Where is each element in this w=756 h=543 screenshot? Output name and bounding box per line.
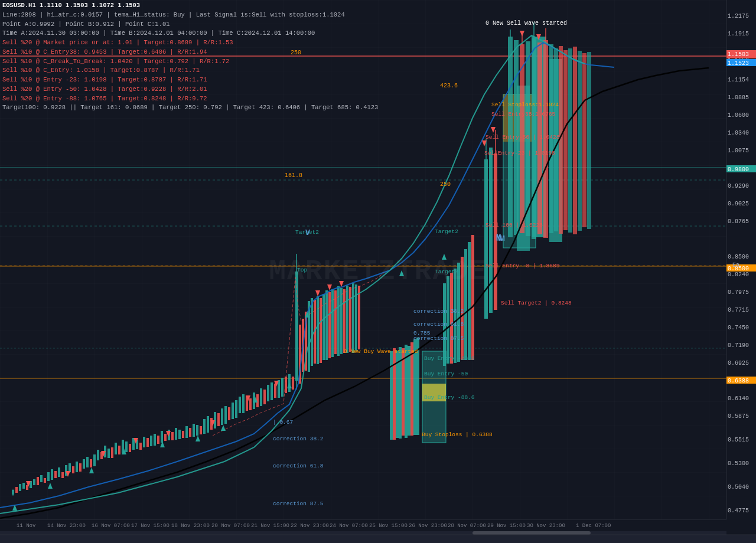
svg-rect-119 (349, 287, 351, 352)
info-header: EOSUSD.H1 1.1110 1.1503 1.1072 1.1503 Li… (2, 1, 378, 113)
svg-text:| 0.67: | 0.67 (273, 419, 293, 426)
svg-text:28 Nov 07:00: 28 Nov 07:00 (448, 523, 486, 529)
svg-rect-71 (196, 425, 198, 436)
svg-rect-94 (278, 380, 280, 398)
svg-rect-86 (249, 398, 252, 410)
svg-rect-122 (358, 286, 360, 349)
header-line1: EOSUSD.H1 1.1110 1.1503 1.1072 1.1503 (2, 1, 378, 11)
svg-rect-109 (320, 298, 322, 363)
svg-text:Buy Entry -23.6: Buy Entry -23.6 (424, 355, 475, 362)
svg-rect-110 (322, 294, 325, 360)
svg-rect-93 (274, 384, 276, 398)
svg-text:25 Nov 15:00: 25 Nov 15:00 (369, 523, 408, 529)
svg-rect-30 (51, 469, 53, 480)
svg-text:Sell Target2 | 0.8248: Sell Target2 | 0.8248 (501, 300, 572, 306)
svg-rect-124 (393, 348, 396, 440)
svg-text:0.6925: 0.6925 (728, 360, 749, 367)
svg-text:161.8: 161.8 (285, 172, 302, 179)
svg-rect-80 (228, 407, 230, 420)
svg-rect-95 (281, 378, 284, 397)
header-line12: Target100: 0.9228 || Target 161: 0.8689 … (2, 103, 378, 113)
svg-text:22 Nov 23:00: 22 Nov 23:00 (291, 523, 329, 529)
svg-text:0.5040: 0.5040 (728, 484, 749, 490)
svg-rect-57 (146, 438, 149, 447)
svg-rect-26 (37, 477, 39, 485)
svg-rect-136 (454, 269, 457, 363)
svg-rect-36 (72, 466, 74, 473)
svg-text:1.2175: 1.2175 (728, 13, 749, 19)
svg-rect-22 (22, 483, 25, 489)
svg-rect-47 (111, 447, 113, 458)
svg-rect-66 (178, 430, 181, 439)
svg-rect-56 (143, 437, 145, 447)
svg-rect-89 (260, 388, 262, 406)
svg-text:29 Nov 15:00: 29 Nov 15:00 (487, 523, 526, 529)
svg-rect-46 (107, 449, 110, 458)
svg-rect-37 (76, 462, 78, 472)
svg-rect-21 (19, 484, 21, 491)
svg-text:0.6388: 0.6388 (728, 378, 749, 384)
svg-text:1.1523: 1.1523 (728, 60, 749, 67)
svg-rect-41 (90, 459, 92, 467)
svg-rect-59 (154, 434, 156, 446)
svg-rect-31 (54, 471, 57, 478)
svg-rect-112 (328, 292, 331, 358)
svg-text:correction 38.2: correction 38.2 (413, 308, 464, 315)
svg-text:Sell 100 | 1.0228: Sell 100 | 1.0228 (485, 222, 543, 228)
svg-rect-163 (573, 47, 577, 234)
svg-rect-73 (203, 419, 206, 434)
svg-rect-78 (221, 408, 223, 425)
header-line3: Point A:0.9992 | Point B:0.912 | Point C… (2, 20, 378, 30)
svg-rect-84 (242, 394, 245, 413)
svg-rect-114 (334, 290, 337, 354)
header-line4: Time A:2024.11.30 03:00:00 | Time B:2024… (2, 29, 378, 38)
svg-rect-129 (408, 346, 410, 436)
header-line7: Sell %10 @ C_Break_To_Break: 1.0420 | Ta… (2, 57, 378, 67)
svg-text:0.7715: 0.7715 (728, 307, 749, 313)
svg-rect-165 (582, 53, 586, 227)
svg-text:Buy Stoploss | 0.6388: Buy Stoploss | 0.6388 (422, 431, 493, 438)
svg-rect-64 (171, 432, 174, 440)
svg-text:30 Nov 23:00: 30 Nov 23:00 (527, 523, 565, 529)
svg-rect-81 (232, 403, 234, 419)
svg-text:0.9290: 0.9290 (728, 183, 749, 189)
svg-rect-49 (118, 446, 120, 454)
svg-rect-79 (224, 406, 227, 424)
svg-rect-134 (447, 276, 449, 364)
svg-rect-99 (295, 272, 298, 381)
svg-rect-90 (263, 390, 266, 404)
svg-rect-65 (175, 428, 177, 440)
svg-rect-144 (489, 148, 493, 313)
svg-rect-72 (200, 426, 202, 434)
svg-text:Sell Entry38:1.0765: Sell Entry38:1.0765 (491, 111, 556, 117)
svg-rect-62 (164, 434, 167, 441)
svg-rect-135 (450, 273, 453, 364)
svg-rect-42 (93, 454, 96, 466)
svg-text:11 Nov: 11 Nov (17, 523, 36, 529)
svg-text:1.0075: 1.0075 (728, 148, 749, 154)
svg-text:Sell Stoploss:1.1024: Sell Stoploss:1.1024 (491, 102, 559, 108)
svg-rect-43 (97, 450, 99, 460)
svg-text:correction 61.8: correction 61.8 (273, 463, 324, 469)
svg-text:0.8240: 0.8240 (728, 272, 749, 278)
svg-rect-52 (129, 444, 131, 452)
header-line5: Sell %20 @ Market price or at: 1.01 | Ta… (2, 38, 378, 48)
svg-rect-55 (139, 443, 142, 450)
svg-rect-51 (125, 441, 128, 452)
svg-rect-130 (410, 342, 413, 436)
header-line2: Line:2898 | h1_atr_c:0.0157 | tema_H1_st… (2, 11, 378, 20)
svg-text:1.0885: 1.0885 (728, 94, 749, 101)
svg-rect-283 (0, 531, 726, 535)
svg-text:Sell Entry-50 | 1.0428: Sell Entry-50 | 1.0428 (485, 134, 560, 140)
svg-text:14 Nov 23:00: 14 Nov 23:00 (47, 523, 86, 529)
header-line6: Sell %10 @ C_Entry38: 0.9453 | Target:0.… (2, 48, 378, 57)
svg-rect-82 (235, 400, 237, 418)
svg-rect-70 (193, 424, 195, 437)
svg-text:0.7975: 0.7975 (728, 289, 749, 296)
svg-rect-20 (15, 487, 18, 493)
svg-text:16 Nov 07:00: 16 Nov 07:00 (92, 523, 130, 529)
svg-rect-164 (578, 51, 582, 231)
svg-text:1.0340: 1.0340 (728, 130, 749, 136)
svg-rect-29 (47, 472, 50, 481)
svg-rect-117 (343, 289, 346, 353)
